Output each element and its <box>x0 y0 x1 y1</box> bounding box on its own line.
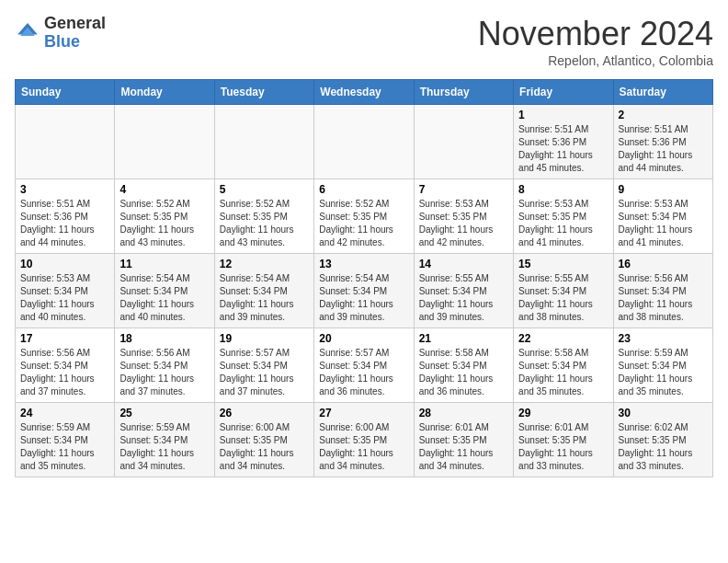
day-cell: 23Sunrise: 5:59 AM Sunset: 5:34 PM Dayli… <box>613 328 712 403</box>
day-number: 10 <box>20 258 109 270</box>
day-info: Sunrise: 5:55 AM Sunset: 5:34 PM Dayligh… <box>518 272 608 324</box>
day-number: 24 <box>20 407 109 419</box>
day-cell: 26Sunrise: 6:00 AM Sunset: 5:35 PM Dayli… <box>214 403 313 477</box>
day-number: 29 <box>518 407 608 419</box>
day-info: Sunrise: 5:52 AM Sunset: 5:35 PM Dayligh… <box>119 198 209 249</box>
day-number: 25 <box>119 407 209 419</box>
day-cell: 21Sunrise: 5:58 AM Sunset: 5:34 PM Dayli… <box>414 328 513 403</box>
logo-icon <box>15 20 40 46</box>
day-number: 16 <box>619 258 708 270</box>
day-cell: 22Sunrise: 5:58 AM Sunset: 5:34 PM Dayli… <box>514 328 613 403</box>
day-info: Sunrise: 5:59 AM Sunset: 5:34 PM Dayligh… <box>619 347 708 398</box>
title-block: November 2024 Repelon, Atlantico, Colomb… <box>478 15 713 68</box>
week-row-2: 3Sunrise: 5:51 AM Sunset: 5:36 PM Daylig… <box>16 179 713 254</box>
day-info: Sunrise: 5:58 AM Sunset: 5:34 PM Dayligh… <box>419 347 508 398</box>
day-cell: 30Sunrise: 6:02 AM Sunset: 5:35 PM Dayli… <box>613 403 712 477</box>
day-cell: 16Sunrise: 5:56 AM Sunset: 5:34 PM Dayli… <box>613 254 712 328</box>
day-info: Sunrise: 5:54 AM Sunset: 5:34 PM Dayligh… <box>119 272 209 324</box>
day-cell: 25Sunrise: 5:59 AM Sunset: 5:34 PM Dayli… <box>115 403 214 477</box>
header-row: SundayMondayTuesdayWednesdayThursdayFrid… <box>16 80 713 105</box>
day-number: 19 <box>220 332 309 345</box>
day-cell: 3Sunrise: 5:51 AM Sunset: 5:36 PM Daylig… <box>16 179 115 254</box>
day-info: Sunrise: 6:01 AM Sunset: 5:35 PM Dayligh… <box>419 421 508 473</box>
day-cell: 18Sunrise: 5:56 AM Sunset: 5:34 PM Dayli… <box>115 328 214 403</box>
day-number: 5 <box>220 183 309 196</box>
day-number: 15 <box>518 258 608 270</box>
day-number: 12 <box>220 258 309 270</box>
day-number: 1 <box>518 109 608 121</box>
day-cell: 14Sunrise: 5:55 AM Sunset: 5:34 PM Dayli… <box>414 254 513 328</box>
day-info: Sunrise: 5:51 AM Sunset: 5:36 PM Dayligh… <box>518 123 608 175</box>
day-cell: 7Sunrise: 5:53 AM Sunset: 5:35 PM Daylig… <box>414 179 513 254</box>
day-cell <box>115 105 214 179</box>
day-number: 3 <box>20 183 109 196</box>
day-number: 7 <box>419 183 508 196</box>
day-info: Sunrise: 5:55 AM Sunset: 5:34 PM Dayligh… <box>419 272 508 324</box>
day-info: Sunrise: 5:52 AM Sunset: 5:35 PM Dayligh… <box>319 198 408 249</box>
day-number: 2 <box>619 109 708 121</box>
week-row-5: 24Sunrise: 5:59 AM Sunset: 5:34 PM Dayli… <box>16 403 713 477</box>
day-info: Sunrise: 5:56 AM Sunset: 5:34 PM Dayligh… <box>119 347 209 398</box>
day-info: Sunrise: 5:56 AM Sunset: 5:34 PM Dayligh… <box>20 347 109 398</box>
header-cell-wednesday: Wednesday <box>314 80 414 105</box>
day-cell: 1Sunrise: 5:51 AM Sunset: 5:36 PM Daylig… <box>514 105 613 179</box>
header-cell-sunday: Sunday <box>16 80 115 105</box>
day-info: Sunrise: 5:54 AM Sunset: 5:34 PM Dayligh… <box>319 272 408 324</box>
day-number: 23 <box>619 332 708 345</box>
day-cell <box>414 105 513 179</box>
week-row-4: 17Sunrise: 5:56 AM Sunset: 5:34 PM Dayli… <box>16 328 713 403</box>
day-cell <box>314 105 414 179</box>
day-number: 20 <box>319 332 408 345</box>
day-cell: 19Sunrise: 5:57 AM Sunset: 5:34 PM Dayli… <box>214 328 313 403</box>
day-cell: 20Sunrise: 5:57 AM Sunset: 5:34 PM Dayli… <box>314 328 414 403</box>
day-cell: 29Sunrise: 6:01 AM Sunset: 5:35 PM Dayli… <box>514 403 613 477</box>
day-number: 26 <box>220 407 309 419</box>
day-info: Sunrise: 5:59 AM Sunset: 5:34 PM Dayligh… <box>20 421 109 473</box>
day-number: 18 <box>119 332 209 345</box>
calendar-header: SundayMondayTuesdayWednesdayThursdayFrid… <box>16 80 713 105</box>
day-cell: 28Sunrise: 6:01 AM Sunset: 5:35 PM Dayli… <box>414 403 513 477</box>
location: Repelon, Atlantico, Colombia <box>478 53 713 68</box>
day-number: 30 <box>619 407 708 419</box>
day-number: 6 <box>319 183 408 196</box>
header-cell-tuesday: Tuesday <box>214 80 313 105</box>
day-number: 22 <box>518 332 608 345</box>
day-info: Sunrise: 6:00 AM Sunset: 5:35 PM Dayligh… <box>220 421 309 473</box>
day-number: 13 <box>319 258 408 270</box>
day-number: 4 <box>119 183 209 196</box>
week-row-3: 10Sunrise: 5:53 AM Sunset: 5:34 PM Dayli… <box>16 254 713 328</box>
day-info: Sunrise: 5:51 AM Sunset: 5:36 PM Dayligh… <box>619 123 708 175</box>
day-cell: 13Sunrise: 5:54 AM Sunset: 5:34 PM Dayli… <box>314 254 414 328</box>
day-number: 14 <box>419 258 508 270</box>
calendar-body: 1Sunrise: 5:51 AM Sunset: 5:36 PM Daylig… <box>16 105 713 477</box>
day-cell: 17Sunrise: 5:56 AM Sunset: 5:34 PM Dayli… <box>16 328 115 403</box>
day-info: Sunrise: 5:56 AM Sunset: 5:34 PM Dayligh… <box>619 272 708 324</box>
day-cell: 12Sunrise: 5:54 AM Sunset: 5:34 PM Dayli… <box>214 254 313 328</box>
day-info: Sunrise: 5:57 AM Sunset: 5:34 PM Dayligh… <box>319 347 408 398</box>
day-info: Sunrise: 5:53 AM Sunset: 5:34 PM Dayligh… <box>619 198 708 249</box>
day-info: Sunrise: 6:00 AM Sunset: 5:35 PM Dayligh… <box>319 421 408 473</box>
day-cell: 24Sunrise: 5:59 AM Sunset: 5:34 PM Dayli… <box>16 403 115 477</box>
header-cell-thursday: Thursday <box>414 80 513 105</box>
day-cell: 2Sunrise: 5:51 AM Sunset: 5:36 PM Daylig… <box>613 105 712 179</box>
day-cell: 8Sunrise: 5:53 AM Sunset: 5:35 PM Daylig… <box>514 179 613 254</box>
day-info: Sunrise: 5:53 AM Sunset: 5:34 PM Dayligh… <box>20 272 109 324</box>
day-info: Sunrise: 5:51 AM Sunset: 5:36 PM Dayligh… <box>20 198 109 249</box>
day-info: Sunrise: 5:52 AM Sunset: 5:35 PM Dayligh… <box>220 198 309 249</box>
day-cell: 15Sunrise: 5:55 AM Sunset: 5:34 PM Dayli… <box>514 254 613 328</box>
day-number: 11 <box>119 258 209 270</box>
day-info: Sunrise: 5:58 AM Sunset: 5:34 PM Dayligh… <box>518 347 608 398</box>
calendar-table: SundayMondayTuesdayWednesdayThursdayFrid… <box>15 79 713 477</box>
day-cell <box>214 105 313 179</box>
header-cell-monday: Monday <box>115 80 214 105</box>
day-cell: 4Sunrise: 5:52 AM Sunset: 5:35 PM Daylig… <box>115 179 214 254</box>
day-info: Sunrise: 6:02 AM Sunset: 5:35 PM Dayligh… <box>619 421 708 473</box>
day-number: 9 <box>619 183 708 196</box>
day-info: Sunrise: 5:57 AM Sunset: 5:34 PM Dayligh… <box>220 347 309 398</box>
day-number: 17 <box>20 332 109 345</box>
day-number: 28 <box>419 407 508 419</box>
day-cell: 9Sunrise: 5:53 AM Sunset: 5:34 PM Daylig… <box>613 179 712 254</box>
day-cell: 5Sunrise: 5:52 AM Sunset: 5:35 PM Daylig… <box>214 179 313 254</box>
day-cell: 6Sunrise: 5:52 AM Sunset: 5:35 PM Daylig… <box>314 179 414 254</box>
header-cell-friday: Friday <box>514 80 613 105</box>
